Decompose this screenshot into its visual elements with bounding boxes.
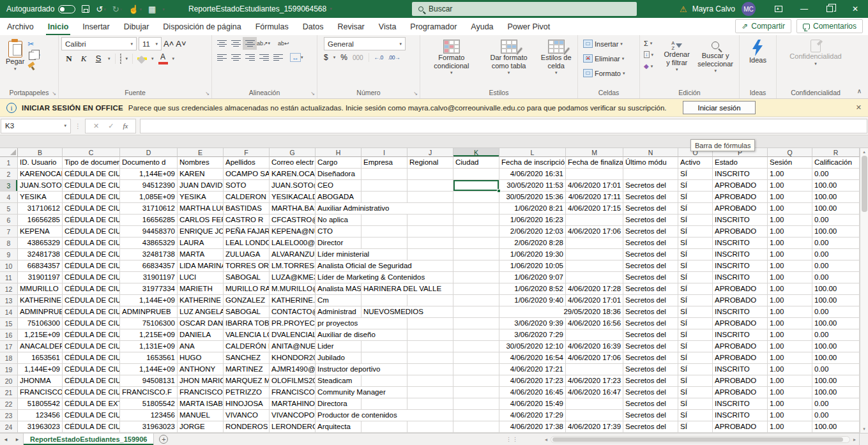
cell-H9[interactable]: Líder ministerial [316,249,407,260]
cell-P1[interactable]: Estado [713,157,768,169]
cell-E14[interactable]: LUZ ANGELA [178,306,224,318]
cell-M6[interactable] [566,215,623,226]
cell-M22[interactable] [566,398,623,410]
cell-H10[interactable]: Analista Oficial de Seguridad [316,260,453,272]
cell-F15[interactable]: IBARRA TOBA [224,318,270,329]
cell-J9[interactable] [407,249,453,260]
prev-sheet-icon[interactable]: ◂ [0,434,11,445]
cell-K19[interactable] [453,364,499,375]
cell-Q8[interactable]: 1.00 [768,238,812,249]
cell-N11[interactable]: Secretos del [623,272,678,283]
cell-R17[interactable]: 100.00 [812,341,860,352]
cell-E21[interactable]: FRANCISCO [178,387,224,398]
cell-M24[interactable]: 4/06/2020 17:39 [566,421,623,433]
cell-C23[interactable]: CÉDULA DE CIUDA [63,410,120,421]
cell-M18[interactable]: 4/06/2020 17:06 [566,352,623,364]
cell-K12[interactable] [453,283,499,295]
cell-Q11[interactable]: 1.00 [768,272,812,283]
cell-Q3[interactable]: 1.00 [768,180,812,192]
alignment-dialog-launcher-icon[interactable]: ↘ [310,91,315,96]
cell-Q17[interactable]: 1.00 [768,341,812,352]
cell-C15[interactable]: CÉDULA DE CIUDA [63,318,120,329]
cell-N21[interactable]: Secretos del [623,387,678,398]
cell-B15[interactable]: 75106300 [18,318,63,329]
clear-button[interactable]: ◆▾ [643,61,659,71]
cell-O16[interactable]: SÍ [678,329,713,341]
cell-R15[interactable]: 100.00 [812,318,860,329]
ribbon-tab-datos[interactable]: Datos [296,18,331,35]
horizontal-scroll-thumb[interactable] [552,437,843,442]
cell-I20[interactable] [362,375,407,387]
restore-button[interactable] [817,0,842,18]
cell-P6[interactable]: INSCRITO [713,215,768,226]
cell-G14[interactable]: CONTACTO@ [270,306,316,318]
cell-D23[interactable]: 123456 [120,410,178,421]
cell-M12[interactable]: 4/06/2020 17:28 [566,283,623,295]
cell-F3[interactable]: SOTO [224,180,270,192]
align-middle-button[interactable] [229,37,243,50]
cell-H13[interactable]: Cm [316,295,362,306]
cell-B17[interactable]: ANACALDERO [18,341,63,352]
column-header-C[interactable]: C [63,148,120,157]
cell-F22[interactable]: HINOJOSA [224,398,270,410]
insert-function-icon[interactable]: fx [123,122,128,130]
column-header-F[interactable]: F [224,148,270,157]
cell-G10[interactable]: LM.TORRES@ [270,260,316,272]
cell-P15[interactable]: APROBADO [713,318,768,329]
cell-D21[interactable]: FRANCISCO.F [120,387,178,398]
cell-D24[interactable]: 31963023 [120,421,178,433]
copy-button[interactable]: ▾ [27,51,42,60]
column-header-L[interactable]: L [499,148,566,157]
cell-D13[interactable]: 1,144E+09 [120,295,178,306]
cell-H3[interactable]: CEO [316,180,362,192]
cell-C16[interactable]: CÉDULA DE CIUDA [63,329,120,341]
cell-J13[interactable] [407,295,453,306]
cell-G13[interactable]: KATHERINE.G [270,295,316,306]
cell-N16[interactable]: Secretos del [623,329,678,341]
cell-F9[interactable]: ZULUAGA [224,249,270,260]
cell-R12[interactable]: 100.00 [812,283,860,295]
cell-K15[interactable] [453,318,499,329]
cell-P10[interactable]: INSCRITO [713,260,768,272]
touch-mode-button[interactable]: ☝▾ [128,5,142,13]
cell-G6[interactable]: CFCASTRO@ [270,215,316,226]
column-header-H[interactable]: H [316,148,362,157]
cell-N20[interactable]: Secretos del [623,375,678,387]
cell-I17[interactable] [362,341,407,352]
cell-P17[interactable]: APROBADO [713,341,768,352]
cell-C13[interactable]: CÉDULA DE CIUDA [63,295,120,306]
account-warning-icon[interactable]: ⚠ [680,4,687,14]
sort-filter-button[interactable]: AZ Ordenar y filtrar▾ [659,37,694,88]
cell-P16[interactable]: INSCRITO [713,329,768,341]
cell-L5[interactable]: 1/06/2020 8:21 [499,203,566,215]
cell-H8[interactable]: Director [316,238,362,249]
cell-E20[interactable]: JHON MARIO [178,375,224,387]
cell-N22[interactable]: Secretos del [623,398,678,410]
cell-B18[interactable]: 1653561 [18,352,63,364]
cell-Q14[interactable]: 1.00 [768,306,812,318]
cell-E24[interactable]: JORGE [178,421,224,433]
cell-K13[interactable] [453,295,499,306]
cell-F1[interactable]: Apellidos [224,157,270,169]
ribbon-tab-dibujar[interactable]: Dibujar [117,18,156,35]
cell-F23[interactable]: VIVANCO [224,410,270,421]
cell-E3[interactable]: JUAN DAVID [178,180,224,192]
cell-R14[interactable]: 0.00 [812,306,860,318]
cell-K1[interactable]: Ciudad [453,157,499,169]
cell-O5[interactable]: SÍ [678,203,713,215]
cell-P5[interactable]: APROBADO [713,203,768,215]
share-button[interactable]: ⇗ Compartir [735,19,791,33]
fill-handle[interactable] [497,189,501,193]
cell-Q13[interactable]: 1.00 [768,295,812,306]
cell-O3[interactable]: SÍ [678,180,713,192]
cell-G15[interactable]: PR.PROYECTO [270,318,316,329]
cell-G17[interactable]: ANITA@NUEV [270,341,316,352]
column-header-G[interactable]: G [270,148,316,157]
cell-Q1[interactable]: Sesión [768,157,812,169]
collapse-ribbon-button[interactable]: ∧ [857,87,862,94]
ribbon-tab-disposición-de-página[interactable]: Disposición de página [156,18,248,35]
cell-I14[interactable]: NUEVOSMEDIOS [362,306,453,318]
cell-J1[interactable]: Regional [407,157,453,169]
cell-E1[interactable]: Nombres [178,157,224,169]
cell-F13[interactable]: GONZALEZ [224,295,270,306]
